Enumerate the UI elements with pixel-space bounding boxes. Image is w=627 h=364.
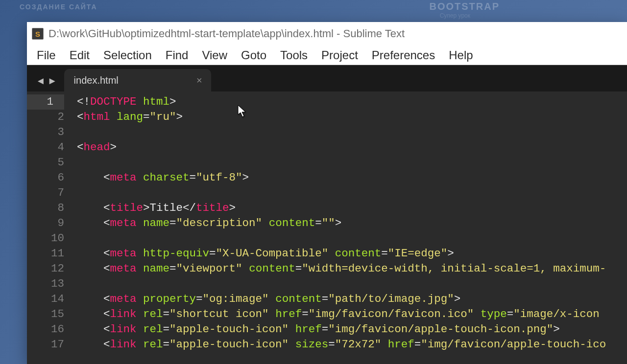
- menu-view[interactable]: View: [195, 46, 234, 64]
- editor-region: ◄ ► index.html × 12345678910111213141516…: [27, 65, 627, 364]
- code-line[interactable]: [75, 231, 627, 246]
- menu-find[interactable]: Find: [159, 46, 195, 64]
- code-line[interactable]: <!DOCTYPE html>: [75, 94, 627, 110]
- code-content[interactable]: <!DOCTYPE html><html lang="ru"><head> <m…: [75, 91, 627, 364]
- line-number-gutter: 1234567891011121314151617: [27, 91, 75, 364]
- sublime-window: S D:\work\GitHub\optimizedhtml-start-tem…: [27, 22, 627, 364]
- code-line[interactable]: [75, 125, 627, 140]
- line-number: 12: [27, 261, 64, 276]
- background-text-left: СОЗДАНИЕ САЙТА: [20, 3, 97, 11]
- menu-bar: File Edit Selection Find View Goto Tools…: [27, 46, 627, 65]
- app-icon: S: [32, 28, 44, 40]
- code-line[interactable]: <meta name="description" content="">: [75, 216, 627, 231]
- line-number: 13: [27, 276, 64, 292]
- line-number: 9: [27, 216, 64, 231]
- line-number: 15: [27, 307, 64, 322]
- line-number: 8: [27, 201, 64, 216]
- code-line[interactable]: <meta property="og:image" content="path/…: [75, 292, 627, 307]
- tab-nav-back-icon[interactable]: ◄: [36, 75, 46, 87]
- code-line[interactable]: <meta http-equiv="X-UA-Compatible" conte…: [75, 246, 627, 261]
- line-number: 17: [27, 337, 64, 352]
- tab-nav-forward-icon[interactable]: ►: [48, 75, 57, 87]
- code-area[interactable]: 1234567891011121314151617 <!DOCTYPE html…: [27, 91, 627, 364]
- code-line[interactable]: <head>: [75, 140, 627, 155]
- line-number: 14: [27, 292, 64, 307]
- code-line[interactable]: [75, 276, 627, 292]
- menu-help[interactable]: Help: [442, 46, 480, 64]
- menu-edit[interactable]: Edit: [63, 46, 96, 64]
- line-number: 5: [27, 155, 64, 170]
- code-line[interactable]: <meta name="viewport" content="width=dev…: [75, 261, 627, 276]
- line-number: 3: [27, 125, 64, 140]
- code-line[interactable]: <title>Title</title>: [75, 201, 627, 216]
- tab-label: index.html: [74, 75, 119, 86]
- line-number: 1: [27, 94, 64, 110]
- code-line[interactable]: [75, 155, 627, 170]
- code-line[interactable]: <link rel="shortcut icon" href="img/favi…: [75, 307, 627, 322]
- line-number: 10: [27, 231, 64, 246]
- menu-preferences[interactable]: Preferences: [365, 46, 442, 64]
- tab-bar: ◄ ► index.html ×: [27, 65, 627, 91]
- line-number: 2: [27, 110, 64, 125]
- menu-file[interactable]: File: [30, 46, 63, 64]
- tab-close-icon[interactable]: ×: [196, 75, 202, 86]
- background-text-right: BOOTSTRAP: [429, 1, 500, 12]
- line-number: 4: [27, 140, 64, 155]
- tab-index-html[interactable]: index.html ×: [64, 69, 211, 91]
- code-line[interactable]: <meta charset="utf-8">: [75, 170, 627, 185]
- code-line[interactable]: <link rel="apple-touch-icon" href="img/f…: [75, 322, 627, 337]
- menu-goto[interactable]: Goto: [234, 46, 273, 64]
- menu-selection[interactable]: Selection: [96, 46, 159, 64]
- window-titlebar[interactable]: S D:\work\GitHub\optimizedhtml-start-tem…: [27, 22, 627, 46]
- line-number: 11: [27, 246, 64, 261]
- line-number: 7: [27, 185, 64, 201]
- menu-tools[interactable]: Tools: [273, 46, 314, 64]
- window-title: D:\work\GitHub\optimizedhtml-start-templ…: [48, 27, 405, 40]
- code-line[interactable]: <link rel="apple-touch-icon" sizes="72x7…: [75, 337, 627, 352]
- line-number: 16: [27, 322, 64, 337]
- code-line[interactable]: <html lang="ru">: [75, 110, 627, 125]
- line-number: 6: [27, 170, 64, 185]
- background-text-right-sub: Супер урок: [440, 12, 470, 19]
- code-line[interactable]: [75, 185, 627, 201]
- menu-project[interactable]: Project: [314, 46, 365, 64]
